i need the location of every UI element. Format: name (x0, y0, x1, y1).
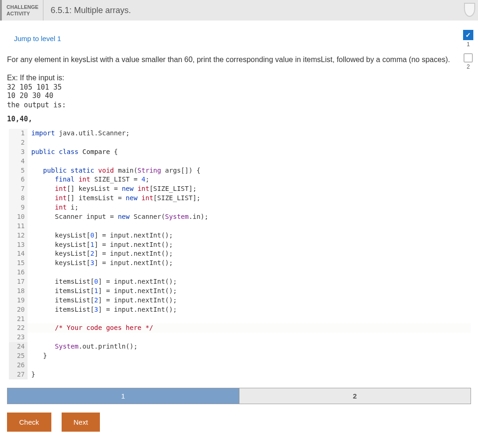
code-text[interactable]: int[] itemsList = new int[SIZE_LIST]; (28, 194, 201, 203)
code-line[interactable]: 15 keysList[3] = input.nextInt(); (9, 259, 471, 268)
line-number: 4 (9, 157, 28, 166)
code-text[interactable] (28, 361, 31, 370)
progress-seg-1[interactable]: 1 (7, 388, 239, 404)
code-text[interactable]: itemsList[2] = input.nextInt(); (28, 296, 177, 305)
code-line[interactable]: 14 keysList[2] = input.nextInt(); (9, 249, 471, 259)
code-text[interactable] (28, 268, 31, 277)
example-output-prefix: the output is: (7, 101, 471, 109)
code-line[interactable]: 9 int i; (9, 203, 471, 212)
code-line[interactable]: 3public class Compare { (9, 147, 471, 157)
next-button[interactable]: Next (62, 413, 100, 432)
code-text[interactable]: int i; (28, 203, 78, 212)
code-text[interactable]: public static void main(String args[]) { (28, 166, 200, 175)
jump-to-level-link[interactable]: Jump to level 1 (14, 35, 61, 42)
code-line[interactable]: 11 (9, 222, 471, 231)
code-line[interactable]: 25 } (9, 351, 471, 361)
code-text[interactable] (28, 315, 31, 324)
code-text[interactable]: keysList[3] = input.nextInt(); (28, 259, 173, 268)
line-number: 15 (9, 259, 28, 268)
code-text[interactable] (28, 138, 31, 147)
level-1-number: 1 (463, 41, 473, 48)
code-line[interactable]: 27} (9, 370, 471, 379)
line-number: 19 (9, 296, 28, 305)
code-line[interactable]: 20 itemsList[3] = input.nextInt(); (9, 305, 471, 315)
line-number: 13 (9, 240, 28, 250)
button-row: Check Next (7, 413, 471, 432)
code-text[interactable]: keysList[2] = input.nextInt(); (28, 249, 173, 259)
code-line[interactable]: 24 System.out.println(); (9, 342, 471, 351)
line-number: 3 (9, 147, 28, 157)
line-number: 9 (9, 203, 28, 212)
line-number: 25 (9, 351, 28, 361)
line-number: 27 (9, 370, 28, 379)
code-text[interactable] (28, 222, 31, 231)
code-line[interactable]: 6 final int SIZE_LIST = 4; (9, 175, 471, 184)
app-root: CHALLENGE ACTIVITY 6.5.1: Multiple array… (0, 0, 478, 448)
code-line[interactable]: 23 (9, 333, 471, 342)
code-text[interactable]: public class Compare { (28, 147, 118, 157)
line-number: 20 (9, 305, 28, 315)
code-text[interactable]: final int SIZE_LIST = 4; (28, 175, 149, 184)
code-text[interactable]: } (28, 351, 47, 361)
code-text[interactable]: int[] keysList = new int[SIZE_LIST]; (28, 184, 197, 194)
level-1-check-icon[interactable]: ✓ (463, 30, 473, 40)
line-number: 11 (9, 222, 28, 231)
progress-seg-2[interactable]: 2 (239, 388, 471, 404)
code-text[interactable]: itemsList[3] = input.nextInt(); (28, 305, 177, 315)
activity-title: 6.5.1: Multiple arrays. (43, 0, 131, 21)
code-text[interactable]: Scanner input = new Scanner(System.in); (28, 212, 208, 222)
example-prefix: Ex: If the input is: (7, 74, 471, 82)
instructions-text: For any element in keysList with a value… (7, 54, 471, 65)
code-line[interactable]: 1import java.util.Scanner; (9, 129, 471, 138)
code-line[interactable]: 13 keysList[1] = input.nextInt(); (9, 240, 471, 250)
line-number: 16 (9, 268, 28, 277)
code-text[interactable]: import java.util.Scanner; (28, 129, 130, 138)
code-line[interactable]: 19 itemsList[2] = input.nextInt(); (9, 296, 471, 305)
code-line[interactable]: 18 itemsList[1] = input.nextInt(); (9, 287, 471, 296)
activity-content: ✓ 1 2 Jump to level 1 For any element in… (0, 21, 478, 448)
code-line[interactable]: 12 keysList[0] = input.nextInt(); (9, 231, 471, 240)
code-line[interactable]: 8 int[] itemsList = new int[SIZE_LIST]; (9, 194, 471, 203)
example-input-2: 10 20 30 40 (7, 91, 471, 100)
code-text[interactable]: /* Your code goes here */ (28, 323, 153, 333)
code-text[interactable] (28, 157, 31, 166)
code-text[interactable]: } (28, 370, 35, 379)
example-input-1: 32 105 101 35 (7, 83, 471, 91)
line-number: 8 (9, 194, 28, 203)
line-number: 24 (9, 342, 28, 351)
code-text[interactable]: keysList[0] = input.nextInt(); (28, 231, 173, 240)
level-status: ✓ 1 2 (463, 30, 473, 70)
code-text[interactable]: itemsList[0] = input.nextInt(); (28, 277, 177, 287)
code-line[interactable]: 10 Scanner input = new Scanner(System.in… (9, 212, 471, 222)
code-line[interactable]: 4 (9, 157, 471, 166)
code-editor[interactable]: 1import java.util.Scanner;23public class… (9, 129, 471, 379)
code-line[interactable]: 7 int[] keysList = new int[SIZE_LIST]; (9, 184, 471, 194)
level-2-number: 2 (463, 63, 473, 70)
code-line[interactable]: 21 (9, 315, 471, 324)
check-button[interactable]: Check (7, 413, 51, 432)
shield-icon (464, 3, 475, 17)
code-text[interactable]: System.out.println(); (28, 342, 138, 351)
progress-bar: 1 2 (7, 388, 471, 404)
code-line[interactable]: 17 itemsList[0] = input.nextInt(); (9, 277, 471, 287)
code-text[interactable] (28, 333, 31, 342)
line-number: 7 (9, 184, 28, 194)
code-text[interactable]: itemsList[1] = input.nextInt(); (28, 287, 177, 296)
code-line[interactable]: 16 (9, 268, 471, 277)
line-number: 17 (9, 277, 28, 287)
line-number: 21 (9, 315, 28, 324)
label-line1: CHALLENGE (7, 4, 38, 10)
code-text[interactable]: keysList[1] = input.nextInt(); (28, 240, 173, 250)
label-line2: ACTIVITY (7, 10, 38, 17)
line-number: 12 (9, 231, 28, 240)
example-output: 10,40, (7, 115, 471, 123)
line-number: 5 (9, 166, 28, 175)
code-line[interactable]: 22 /* Your code goes here */ (9, 323, 471, 333)
line-number: 23 (9, 333, 28, 342)
code-line[interactable]: 5 public static void main(String args[])… (9, 166, 471, 175)
code-line[interactable]: 2 (9, 138, 471, 147)
line-number: 2 (9, 138, 28, 147)
line-number: 26 (9, 361, 28, 370)
level-2-checkbox[interactable] (464, 53, 473, 63)
code-line[interactable]: 26 (9, 361, 471, 370)
